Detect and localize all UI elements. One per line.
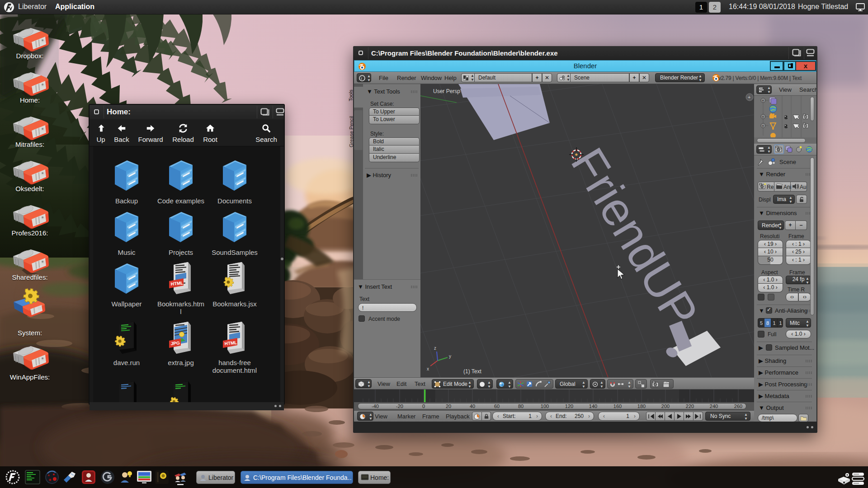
svg-text:x: x (427, 366, 429, 371)
svg-text:JPG: JPG (170, 340, 180, 346)
svg-text:z: z (434, 346, 436, 351)
svg-text:i: i (361, 76, 362, 81)
svg-text:(1) Text: (1) Text (463, 368, 481, 375)
svg-text:+: + (748, 94, 750, 100)
svg-text:+: + (762, 99, 764, 103)
svg-text:+: + (762, 124, 764, 128)
svg-text:User Persp: User Persp (433, 88, 460, 94)
svg-text:FriendUP: FriendUP (561, 139, 708, 336)
svg-text:+: + (762, 115, 764, 119)
svg-text:y: y (449, 354, 451, 359)
